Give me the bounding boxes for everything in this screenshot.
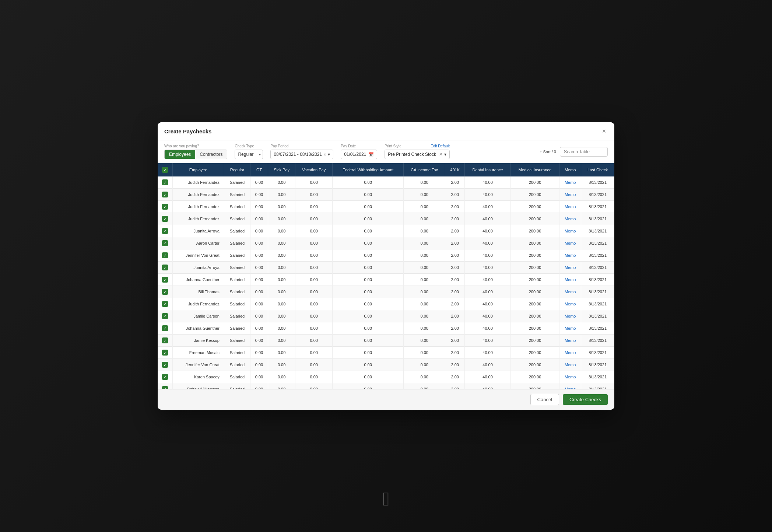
edit-default-link[interactable]: Edit Default: [431, 144, 450, 148]
row-checkbox-cell[interactable]: ✓: [158, 213, 172, 225]
cell-memo[interactable]: Memo: [559, 213, 581, 225]
cell-last-check: 8/13/2021: [581, 347, 614, 359]
cell-401k: 2.00: [445, 359, 465, 371]
row-checkbox-cell[interactable]: ✓: [158, 359, 172, 371]
cell-sick-pay: 0.00: [268, 249, 295, 262]
row-checkbox[interactable]: ✓: [162, 337, 168, 343]
row-checkbox-cell[interactable]: ✓: [158, 189, 172, 201]
cell-memo[interactable]: Memo: [559, 371, 581, 383]
print-style-select-wrap[interactable]: Pre Printed Check Stock ✕ ▾: [385, 150, 450, 159]
row-checkbox-cell[interactable]: ✓: [158, 286, 172, 298]
cell-401k: 2.00: [445, 335, 465, 347]
print-style-label: Print Style: [385, 144, 401, 148]
row-checkbox[interactable]: ✓: [162, 228, 168, 234]
cell-last-check: 8/13/2021: [581, 249, 614, 262]
employees-tab[interactable]: Employees: [165, 150, 195, 159]
cell-memo[interactable]: Memo: [559, 335, 581, 347]
cell-regular: Salaried: [224, 322, 250, 335]
row-checkbox-cell[interactable]: ✓: [158, 322, 172, 335]
row-checkbox[interactable]: ✓: [162, 216, 168, 222]
pay-date-group: Pay Date 01/01/2021 📅: [341, 144, 377, 159]
cell-401k: 2.00: [445, 189, 465, 201]
cell-ot: 0.00: [250, 201, 268, 213]
print-style-chevron-icon: ▾: [444, 152, 446, 157]
check-type-group: Check Type Regular ▾: [235, 144, 263, 159]
cell-memo[interactable]: Memo: [559, 286, 581, 298]
pay-period-clear-icon[interactable]: ✕: [323, 153, 326, 157]
cell-memo[interactable]: Memo: [559, 359, 581, 371]
cell-memo[interactable]: Memo: [559, 383, 581, 389]
cell-dental: 40.00: [465, 225, 511, 237]
row-checkbox[interactable]: ✓: [162, 192, 168, 197]
row-checkbox[interactable]: ✓: [162, 325, 168, 331]
select-all-header[interactable]: ✓: [158, 163, 172, 176]
row-checkbox-cell[interactable]: ✓: [158, 298, 172, 310]
pay-period-input[interactable]: 08/07/2021 - 08/13/2021 ✕ ▾: [270, 150, 333, 159]
cell-memo[interactable]: Memo: [559, 262, 581, 274]
row-checkbox[interactable]: ✓: [162, 289, 168, 295]
row-checkbox[interactable]: ✓: [162, 374, 168, 380]
who-paying-label: Who are you paying?: [164, 144, 227, 148]
select-all-checkbox[interactable]: ✓: [162, 167, 168, 173]
cell-401k: 2.00: [445, 310, 465, 322]
create-checks-button[interactable]: Create Checks: [563, 394, 608, 405]
cell-memo[interactable]: Memo: [559, 237, 581, 249]
cell-memo[interactable]: Memo: [559, 176, 581, 189]
close-button[interactable]: ×: [600, 127, 608, 135]
row-checkbox[interactable]: ✓: [162, 313, 168, 319]
contractors-tab[interactable]: Contractors: [195, 150, 227, 159]
cell-memo[interactable]: Memo: [559, 322, 581, 335]
cell-medical: 200.00: [510, 249, 559, 262]
sort-button[interactable]: ↕ Sort / 0: [540, 150, 556, 154]
print-style-clear-icon[interactable]: ✕: [439, 152, 443, 157]
row-checkbox[interactable]: ✓: [162, 204, 168, 210]
cell-memo[interactable]: Memo: [559, 225, 581, 237]
row-checkbox[interactable]: ✓: [162, 362, 168, 368]
cell-regular: Salaried: [224, 286, 250, 298]
cell-memo[interactable]: Memo: [559, 347, 581, 359]
cell-ot: 0.00: [250, 262, 268, 274]
row-checkbox-cell[interactable]: ✓: [158, 310, 172, 322]
cell-sick-pay: 0.00: [268, 213, 295, 225]
cell-memo[interactable]: Memo: [559, 298, 581, 310]
cell-memo[interactable]: Memo: [559, 249, 581, 262]
row-checkbox[interactable]: ✓: [162, 240, 168, 246]
print-style-value: Pre Printed Check Stock: [388, 152, 436, 157]
cell-ca-income: 0.00: [404, 310, 445, 322]
row-checkbox[interactable]: ✓: [162, 301, 168, 307]
row-checkbox-cell[interactable]: ✓: [158, 237, 172, 249]
row-checkbox[interactable]: ✓: [162, 386, 168, 389]
row-checkbox[interactable]: ✓: [162, 350, 168, 356]
row-checkbox[interactable]: ✓: [162, 265, 168, 270]
row-checkbox[interactable]: ✓: [162, 179, 168, 185]
row-checkbox-cell[interactable]: ✓: [158, 176, 172, 189]
cell-memo[interactable]: Memo: [559, 274, 581, 286]
pay-date-input[interactable]: 01/01/2021 📅: [341, 150, 377, 159]
row-checkbox-cell[interactable]: ✓: [158, 383, 172, 389]
row-checkbox-cell[interactable]: ✓: [158, 335, 172, 347]
cancel-button[interactable]: Cancel: [530, 394, 559, 405]
cell-medical: 200.00: [510, 347, 559, 359]
col-header-memo: Memo: [559, 163, 581, 176]
row-checkbox-cell[interactable]: ✓: [158, 225, 172, 237]
table-row: ✓Jamile CarsonSalaried0.000.000.000.000.…: [158, 310, 614, 322]
row-checkbox-cell[interactable]: ✓: [158, 249, 172, 262]
cell-memo[interactable]: Memo: [559, 310, 581, 322]
row-checkbox-cell[interactable]: ✓: [158, 201, 172, 213]
cell-sick-pay: 0.00: [268, 347, 295, 359]
row-checkbox[interactable]: ✓: [162, 252, 168, 258]
cell-vacation-pay: 0.00: [295, 237, 333, 249]
row-checkbox-cell[interactable]: ✓: [158, 274, 172, 286]
row-checkbox-cell[interactable]: ✓: [158, 262, 172, 274]
check-type-select[interactable]: Regular: [235, 150, 263, 159]
pay-date-value: 01/01/2021: [344, 152, 366, 157]
cell-ca-income: 0.00: [404, 201, 445, 213]
cell-last-check: 8/13/2021: [581, 359, 614, 371]
row-checkbox-cell[interactable]: ✓: [158, 371, 172, 383]
cell-memo[interactable]: Memo: [559, 201, 581, 213]
row-checkbox-cell[interactable]: ✓: [158, 347, 172, 359]
search-input[interactable]: [560, 147, 608, 157]
row-checkbox[interactable]: ✓: [162, 277, 168, 283]
cell-memo[interactable]: Memo: [559, 189, 581, 201]
cell-federal: 0.00: [333, 189, 404, 201]
